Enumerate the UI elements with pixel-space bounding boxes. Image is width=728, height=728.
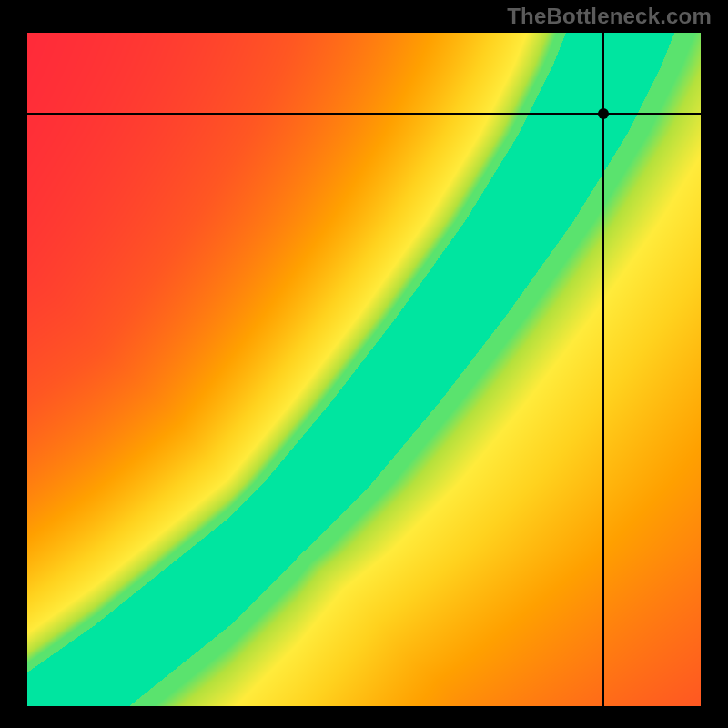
watermark-text: TheBottleneck.com — [507, 4, 712, 29]
selected-point-marker — [598, 108, 609, 119]
crosshair-vertical — [602, 33, 604, 706]
heatmap-canvas — [27, 33, 701, 706]
heatmap-plot — [27, 33, 701, 706]
chart-stage: TheBottleneck.com — [0, 0, 728, 728]
